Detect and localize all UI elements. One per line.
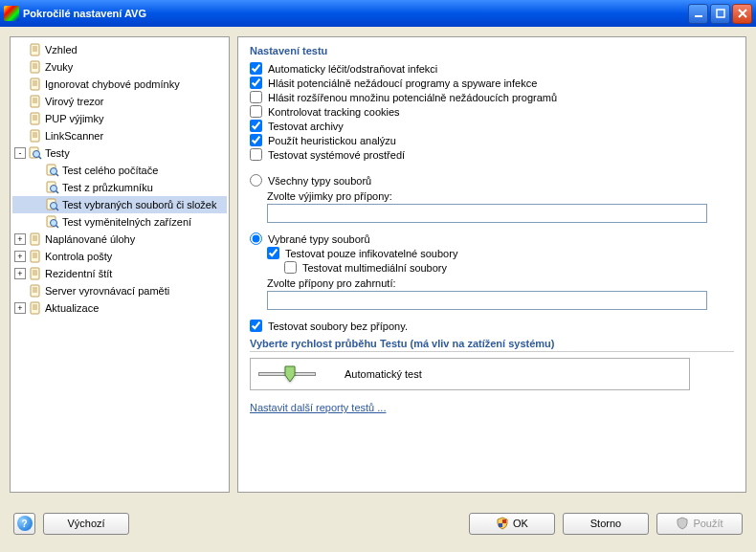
svg-rect-61 xyxy=(502,519,506,523)
maximize-button[interactable] xyxy=(710,4,730,24)
tree-item[interactable]: +Rezidentní štít xyxy=(12,265,227,282)
chk-infectable-row[interactable]: Testovat pouze infikovatelné soubory xyxy=(250,247,734,259)
chk-infectable[interactable] xyxy=(267,247,279,259)
svg-rect-18 xyxy=(31,113,39,124)
chk-noext[interactable] xyxy=(250,320,262,332)
svg-rect-2 xyxy=(31,44,39,55)
radio-all-types[interactable] xyxy=(250,174,262,187)
setting-checkbox[interactable] xyxy=(250,134,262,146)
tree-item[interactable]: PUP výjimky xyxy=(12,110,227,127)
tree-item[interactable]: Virový trezor xyxy=(12,93,227,110)
minimize-button[interactable] xyxy=(688,4,708,24)
tree-item[interactable]: Test celého počítače xyxy=(12,162,227,179)
tree-item[interactable]: Test vybraných souborů či složek xyxy=(12,196,227,213)
ok-button[interactable]: OK xyxy=(469,513,555,535)
setting-checkbox-row[interactable]: Testovat systémové prostředí xyxy=(250,148,734,161)
tree-item-label: Test vyměnitelných zařízení xyxy=(62,216,191,228)
setting-checkbox-label: Hlásit potenciálně nežádoucí programy a … xyxy=(268,77,537,89)
speed-label: Automatický test xyxy=(345,368,422,380)
setting-checkbox[interactable] xyxy=(250,105,262,118)
page-icon xyxy=(28,59,43,75)
chk-multimedia[interactable] xyxy=(284,261,297,274)
tree-item[interactable]: Test z průzkumníku xyxy=(12,179,227,196)
setting-checkbox-row[interactable]: Testovat archivy xyxy=(250,120,734,132)
page-icon xyxy=(28,94,43,109)
tree-expand-icon[interactable]: + xyxy=(14,268,26,279)
svg-rect-53 xyxy=(31,285,39,297)
speed-section-title: Vyberte rychlost průběhu Testu (má vliv … xyxy=(250,338,734,352)
tree-item[interactable]: -Testy xyxy=(12,144,227,162)
svg-rect-10 xyxy=(31,78,39,90)
setting-checkbox[interactable] xyxy=(250,148,262,161)
tree-item[interactable]: Zvuky xyxy=(12,58,227,76)
setting-checkbox[interactable] xyxy=(250,62,262,75)
setting-checkbox[interactable] xyxy=(250,77,262,89)
tree-item[interactable]: Test vyměnitelných zařízení xyxy=(12,213,227,231)
magnifier-icon xyxy=(45,180,60,195)
tree-item[interactable]: +Naplánované úlohy xyxy=(12,231,227,248)
setting-checkbox-label: Hlásit rozšířenou množinu potenciálně ne… xyxy=(268,92,557,103)
reports-link[interactable]: Nastavit další reporty testů ... xyxy=(250,402,386,413)
magnifier-icon xyxy=(45,214,60,230)
tree-item[interactable]: Vzhled xyxy=(12,41,227,58)
svg-point-30 xyxy=(51,168,57,175)
settings-panel: Nastavení testu Automaticky léčit/odstra… xyxy=(237,36,746,493)
setting-checkbox-row[interactable]: Hlásit rozšířenou množinu potenciálně ne… xyxy=(250,91,734,103)
tree-expand-icon[interactable]: + xyxy=(14,233,26,245)
slider-thumb-icon[interactable] xyxy=(284,365,296,383)
chk-noext-row[interactable]: Testovat soubory bez přípony. xyxy=(250,320,734,332)
exclude-extensions-input[interactable] xyxy=(267,204,707,223)
help-button[interactable]: ? xyxy=(13,513,35,535)
svg-point-39 xyxy=(51,220,57,227)
chk-noext-label: Testovat soubory bez přípony. xyxy=(268,320,408,332)
apply-button[interactable]: Použít xyxy=(656,513,743,535)
setting-checkbox-row[interactable]: Použít heuristickou analýzu xyxy=(250,134,734,146)
tree-item-label: Server vyrovnávací paměti xyxy=(45,285,169,297)
titlebar: Pokročilé nastavení AVG xyxy=(0,0,756,27)
window-title: Pokročilé nastavení AVG xyxy=(23,8,688,19)
svg-rect-62 xyxy=(499,523,502,527)
tree-expand-icon[interactable]: - xyxy=(14,147,26,159)
tree-expand-icon[interactable]: + xyxy=(14,302,26,314)
radio-selected-types[interactable] xyxy=(250,232,262,245)
setting-checkbox[interactable] xyxy=(250,120,262,132)
tree-item[interactable]: +Kontrola pošty xyxy=(12,248,227,265)
setting-checkbox-row[interactable]: Kontrolovat tracking cookies xyxy=(250,105,734,118)
chk-multimedia-row[interactable]: Testovat multimediální soubory xyxy=(250,261,734,274)
tree-item-label: Rezidentní štít xyxy=(45,268,112,279)
svg-point-27 xyxy=(33,151,40,158)
speed-slider[interactable] xyxy=(258,372,316,376)
tree-item[interactable]: Ignorovat chybové podmínky xyxy=(12,76,227,93)
radio-sel-row[interactable]: Vybrané typy souborů xyxy=(250,232,734,245)
magnifier-icon xyxy=(45,163,60,178)
setting-checkbox-row[interactable]: Automaticky léčit/odstraňovat infekci xyxy=(250,62,734,75)
cancel-button[interactable]: Storno xyxy=(563,513,649,535)
include-extensions-input[interactable] xyxy=(267,291,707,310)
chk-multimedia-label: Testovat multimediální soubory xyxy=(302,262,447,274)
nav-tree[interactable]: VzhledZvukyIgnorovat chybové podmínkyVir… xyxy=(10,36,230,493)
svg-line-31 xyxy=(56,174,59,177)
help-icon: ? xyxy=(17,516,33,531)
tree-item-label: Aktualizace xyxy=(45,302,99,314)
tree-item-label: Testy xyxy=(45,147,70,159)
setting-checkbox-label: Kontrolovat tracking cookies xyxy=(268,106,400,118)
svg-rect-57 xyxy=(31,302,39,314)
include-label: Zvolte přípony pro zahrnutí: xyxy=(250,277,734,289)
close-button[interactable] xyxy=(732,4,752,24)
setting-checkbox-label: Testovat archivy xyxy=(268,121,344,132)
tree-item-label: Vzhled xyxy=(45,44,78,55)
tree-item[interactable]: +Aktualizace xyxy=(12,299,227,317)
page-icon xyxy=(28,300,43,316)
page-icon xyxy=(28,283,43,298)
tree-expand-icon[interactable]: + xyxy=(14,251,26,262)
radio-all-row[interactable]: Všechny typy souborů xyxy=(250,174,734,187)
tree-item[interactable]: Server vyrovnávací paměti xyxy=(12,282,227,299)
tree-item[interactable]: LinkScanner xyxy=(12,127,227,144)
radio-sel-label: Vybrané typy souborů xyxy=(268,233,370,245)
setting-checkbox-row[interactable]: Hlásit potenciálně nežádoucí programy a … xyxy=(250,77,734,89)
svg-rect-45 xyxy=(31,251,39,262)
page-icon xyxy=(28,249,43,264)
setting-checkbox[interactable] xyxy=(250,91,262,103)
default-button[interactable]: Výchozí xyxy=(43,513,129,535)
svg-rect-22 xyxy=(31,130,39,142)
